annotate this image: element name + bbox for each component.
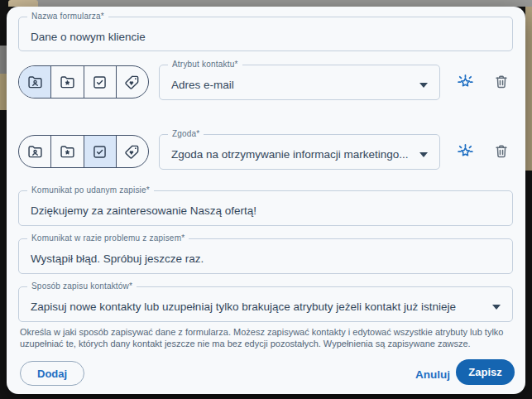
folder-star-icon [59, 143, 76, 161]
dropdown-caret-icon [419, 152, 428, 157]
checkbox-icon [91, 143, 108, 161]
segment-consent[interactable] [84, 66, 117, 98]
form-settings-dialog: Nazwa formularza* [7, 7, 525, 394]
backdrop-right-beige [525, 7, 532, 171]
save-button[interactable]: Zapisz [456, 359, 515, 385]
segment-consent[interactable] [84, 136, 117, 167]
save-mode-help-text: Określa w jaki sposób zapisywać dane z f… [20, 327, 516, 349]
dropdown-caret-icon [492, 305, 501, 310]
magic-spark-button[interactable] [456, 142, 474, 161]
segment-crm-attribute[interactable] [51, 136, 84, 167]
contact-attribute-select-value: Adres e-mail [160, 74, 416, 91]
tag-heart-icon [123, 74, 141, 91]
error-message-label: Komunikat w razie problemu z zapisem* [27, 233, 189, 243]
cancel-button[interactable]: Anuluj [410, 365, 455, 383]
save-mode-select[interactable]: Sposób zapisu kontaktów* Zapisuj nowe ko… [18, 286, 513, 322]
backdrop-left-gray [0, 46, 7, 74]
folder-star-icon [59, 74, 76, 91]
segment-tag[interactable] [117, 66, 148, 98]
consent-select-value: Zgoda na otrzymywanie informacji marketi… [160, 143, 416, 161]
delete-row-button[interactable] [492, 142, 510, 161]
magic-spark-button[interactable] [456, 73, 474, 91]
field-type-segmented-control [18, 65, 149, 99]
folder-person-icon [26, 74, 44, 91]
segment-tag[interactable] [117, 136, 148, 167]
backdrop-left-beige [0, 74, 7, 110]
delete-row-button[interactable] [492, 73, 510, 91]
form-name-label: Nazwa formularza* [27, 12, 108, 21]
success-message-label: Komunikat po udanym zapisie* [27, 185, 154, 195]
folder-person-icon [26, 143, 44, 161]
add-field-button[interactable]: Dodaj [20, 361, 84, 386]
backdrop-beige-block [8, 0, 38, 7]
contact-attribute-select[interactable]: Atrybut kontaktu* Adres e-mail [159, 65, 440, 100]
form-name-field: Nazwa formularza* [18, 17, 513, 51]
error-message-input[interactable] [19, 239, 512, 273]
save-mode-value: Zapisuj nowe kontakty lub uzupełniaj tyl… [19, 296, 489, 313]
segment-contact-attribute[interactable] [19, 136, 51, 167]
consent-select[interactable]: Zgoda* Zgoda na otrzymywanie informacji … [159, 134, 440, 170]
save-mode-label: Sposób zapisu kontaktów* [27, 281, 137, 291]
form-name-input[interactable] [19, 17, 512, 50]
success-message-input[interactable] [19, 191, 512, 225]
contact-attribute-select-label: Atrybut kontaktu* [168, 60, 242, 69]
success-message-field: Komunikat po udanym zapisie* [18, 190, 513, 226]
field-type-segmented-control [18, 135, 149, 168]
backdrop-top-strip [35, 0, 532, 7]
segment-contact-attribute[interactable] [19, 66, 51, 98]
segment-crm-attribute[interactable] [51, 66, 84, 98]
consent-select-label: Zgoda* [168, 129, 204, 138]
tag-heart-icon [123, 143, 141, 161]
checkbox-icon [91, 74, 108, 91]
error-message-field: Komunikat w razie problemu z zapisem* [18, 238, 513, 274]
dropdown-caret-icon [419, 83, 428, 88]
